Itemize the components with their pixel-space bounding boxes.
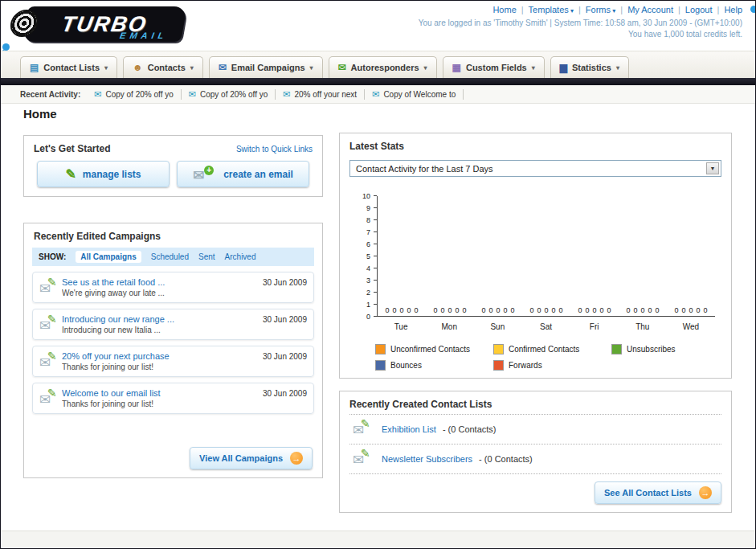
- create-email-button[interactable]: ✉+ create an email: [177, 161, 309, 187]
- list-edit-icon: ✉✎: [353, 451, 375, 467]
- campaign-filter-sent[interactable]: Sent: [198, 252, 215, 261]
- y-axis-label: 0: [354, 313, 370, 321]
- view-all-campaigns-label: View All Campaigns: [199, 453, 283, 463]
- recent-activity-item[interactable]: ✉Copy of 20% off yo: [182, 89, 276, 100]
- campaign-filter-archived[interactable]: Archived: [225, 252, 256, 261]
- envelope-icon: ✉: [94, 89, 101, 100]
- contact-list-link[interactable]: Newsletter Subscribers: [382, 454, 472, 464]
- pencil-icon: ✎: [47, 276, 57, 289]
- app-logo[interactable]: TURBO EMAIL: [22, 6, 187, 42]
- envelope-icon: ✉: [372, 89, 379, 100]
- nav-tab-email-campaigns[interactable]: ✉Email Campaigns▾: [209, 56, 323, 78]
- bar-value-label: 0: [504, 306, 508, 314]
- campaign-row[interactable]: ✉✎Welcome to our email listThanks for jo…: [32, 383, 314, 414]
- chevron-down-icon: ▾: [532, 64, 535, 72]
- contact-list-link[interactable]: Exhibition List: [382, 424, 436, 434]
- header-link-separator: |: [620, 5, 623, 14]
- header-link-my-account[interactable]: My Account: [627, 5, 673, 14]
- legend-item: Unsubscribes: [611, 344, 729, 354]
- campaign-row[interactable]: ✉✎Introducing our new range ...Introduci…: [32, 309, 314, 340]
- bar-value-label: 0: [463, 306, 467, 314]
- campaign-subtitle: Introducing our new Italia ...: [62, 326, 256, 334]
- nav-tab-contacts[interactable]: ☻Contacts▾: [123, 56, 203, 78]
- chevron-down-icon: ▾: [616, 64, 619, 72]
- nav-tab-custom-fields[interactable]: ▦Custom Fields▾: [443, 56, 545, 78]
- see-all-contact-lists-button[interactable]: See All Contact Lists →: [595, 481, 721, 504]
- bar-value-label: 0: [544, 306, 548, 314]
- x-axis-label: Wed: [667, 322, 715, 331]
- campaign-filter-all-campaigns[interactable]: All Campaigns: [76, 251, 141, 263]
- campaigns-title: Recently Edited Campaigns: [34, 231, 161, 242]
- header-link-separator: |: [678, 5, 680, 14]
- campaign-date: 30 Jun 2009: [263, 389, 307, 398]
- campaign-title-link[interactable]: Introducing our new range ...: [62, 314, 256, 324]
- x-axis-label: Thu: [619, 322, 667, 331]
- latest-stats-panel: Latest Stats Contact Activity for the La…: [339, 133, 732, 379]
- recent-activity-item[interactable]: ✉Copy of Welcome to: [365, 89, 464, 100]
- bar-value-label: 0: [626, 306, 630, 314]
- manage-lists-button[interactable]: ✎ manage lists: [37, 161, 170, 187]
- recent-activity-item[interactable]: ✉Copy of 20% off yo: [87, 89, 182, 100]
- campaign-row[interactable]: ✉✎See us at the retail food ...We're giv…: [32, 272, 314, 303]
- statistics-icon: ▆: [560, 63, 567, 72]
- legend-label: Bounces: [390, 361, 422, 370]
- contact-list-row[interactable]: ✉✎Newsletter Subscribers- (0 Contacts): [349, 445, 721, 474]
- login-info: You are logged in as 'Timothy Smith' | S…: [419, 18, 742, 27]
- campaign-title-link[interactable]: See us at the retail food ...: [62, 277, 256, 287]
- bar-value-label: 0: [689, 306, 693, 314]
- campaign-title-link[interactable]: 20% off your next purchase: [62, 351, 256, 361]
- pencil-icon: ✎: [47, 387, 57, 399]
- chevron-down-icon: ▾: [424, 64, 427, 72]
- nav-tab-label: Email Campaigns: [231, 63, 305, 72]
- nav-tab-contact-lists[interactable]: ▤Contact Lists▾: [20, 56, 117, 78]
- header-link-home[interactable]: Home: [492, 5, 516, 14]
- header-link-templates[interactable]: Templates ▾: [529, 5, 574, 14]
- logo-subtitle: EMAIL: [119, 31, 168, 40]
- bar-group: 00000: [667, 306, 715, 316]
- campaign-text: Welcome to our email listThanks for join…: [62, 388, 256, 408]
- recent-activity-item[interactable]: ✉20% off your next: [276, 89, 365, 100]
- legend-label: Confirmed Contacts: [509, 345, 579, 354]
- contact-list-row[interactable]: ✉✎Exhibition List- (0 Contacts): [349, 415, 721, 445]
- create-email-label: create an email: [223, 169, 293, 180]
- bar-value-label: 0: [399, 306, 403, 314]
- header-link-forms[interactable]: Forms ▾: [586, 5, 615, 14]
- view-all-campaigns-button[interactable]: View All Campaigns →: [190, 447, 313, 469]
- x-axis-label: Sat: [521, 322, 570, 331]
- chevron-down-icon: ▾: [569, 7, 574, 14]
- logo-swirl-icon: [8, 10, 40, 37]
- email-edit-icon: ✉✎: [39, 280, 62, 296]
- nav-tab-autoresponders[interactable]: ✉Autoresponders▾: [329, 56, 437, 78]
- header-link-logout[interactable]: Logout: [685, 5, 713, 14]
- bar-value-label: 0: [648, 306, 652, 314]
- chart-y-axis: 012345678910: [353, 196, 377, 317]
- switch-quick-links-link[interactable]: Switch to Quick Links: [236, 145, 313, 154]
- credits-info: You have 1,000 total credits left.: [419, 30, 742, 39]
- chart-x-labels: TueMonSunSatFriThuWed: [377, 322, 715, 331]
- header-link-help[interactable]: Help: [724, 5, 742, 14]
- y-axis-label: 3: [354, 277, 370, 285]
- campaign-filter-scheduled[interactable]: Scheduled: [151, 252, 189, 261]
- chevron-down-icon: ▾: [190, 64, 194, 72]
- campaign-filters: All CampaignsScheduledSentArchived: [76, 251, 255, 263]
- see-all-contact-lists-label: See All Contact Lists: [604, 488, 692, 498]
- nav-tab-statistics[interactable]: ▆Statistics▾: [550, 56, 629, 78]
- main-nav-tabs: ▤Contact Lists▾☻Contacts▾✉Email Campaign…: [1, 51, 755, 78]
- chevron-down-icon: ▼: [706, 162, 719, 174]
- envelope-plus-icon: ✉+: [193, 166, 217, 182]
- stats-period-dropdown[interactable]: Contact Activity for the Last 7 Days ▼: [349, 160, 721, 177]
- campaign-subtitle: We're giving away our late ...: [62, 289, 256, 297]
- email-campaigns-icon: ✉: [219, 63, 227, 72]
- bar-value-label: 0: [592, 306, 596, 314]
- campaign-title-link[interactable]: Welcome to our email list: [62, 388, 256, 398]
- email-edit-icon: ✉✎: [39, 354, 62, 370]
- bar-value-label: 0: [640, 306, 644, 314]
- bar-value-label: 0: [511, 306, 515, 314]
- nav-divider-bar: [1, 78, 755, 85]
- x-axis-label: Fri: [570, 322, 619, 331]
- header-right: Home|Templates ▾|Forms ▾|My Account|Logo…: [419, 5, 742, 39]
- legend-label: Unsubscribes: [627, 345, 676, 354]
- bar-value-label: 0: [488, 306, 492, 314]
- arrow-right-icon: →: [699, 486, 712, 499]
- campaign-row[interactable]: ✉✎20% off your next purchaseThanks for j…: [32, 346, 314, 377]
